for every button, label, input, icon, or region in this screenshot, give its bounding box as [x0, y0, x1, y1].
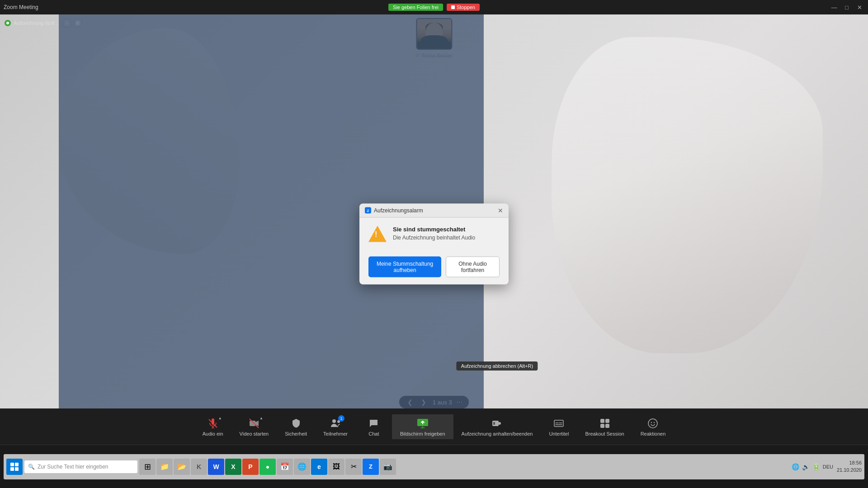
video-label: Video starten: [240, 431, 269, 436]
toolbar-participants[interactable]: 1 Teilnehmer: [315, 414, 356, 439]
toolbar-recording[interactable]: Aufzeichnung abbrechen (Alt+R) Aufzeichn…: [453, 414, 541, 439]
audio-icon-wrap: ▲: [207, 417, 219, 430]
titlebar: Zoom Meeting Sie geben Folien frei Stopp…: [0, 0, 868, 14]
taskbar-app-notepad[interactable]: K: [191, 459, 207, 475]
meeting-toolbar: ▲ Audio ein ▲ Video starten Sicherheit: [0, 408, 868, 445]
warning-icon: [368, 226, 387, 244]
win-logo-sq-1: [10, 463, 14, 466]
taskbar-search[interactable]: 🔍 Zur Suche Text hier eingeben: [24, 460, 137, 473]
tooltip-text: Aufzeichnung abbrechen (Alt+R): [457, 361, 538, 371]
video-chevron-icon: ▲: [259, 416, 263, 420]
toolbar-video[interactable]: ▲ Video starten: [231, 414, 277, 439]
participants-icon-wrap: 1: [329, 417, 342, 430]
security-label: Sicherheit: [285, 431, 307, 436]
maximize-button[interactable]: □: [842, 2, 852, 12]
recording-status-dot: [5, 20, 11, 26]
zoom-logo-icon: Z: [365, 207, 371, 214]
video-icon: [248, 417, 260, 430]
start-button[interactable]: [6, 459, 23, 475]
stop-dot-icon: [451, 5, 455, 9]
toolbar-chat[interactable]: Chat: [356, 414, 392, 439]
recording-dot-inner: [6, 22, 9, 24]
participants-label: Teilnehmer: [323, 431, 348, 436]
svg-point-20: [651, 422, 652, 422]
participants-badge: 1: [338, 415, 344, 422]
clock-area: 18:56 21.10.2020: [837, 460, 862, 474]
dialog-body: Sie sind stummgeschaltet Die Aufzeichnun…: [359, 218, 509, 252]
svg-point-5: [332, 419, 336, 423]
svg-rect-15: [600, 419, 604, 423]
video-icon-wrap: ▲: [248, 417, 260, 430]
win-logo-sq-2: [15, 463, 19, 466]
taskbar-app-powerpoint[interactable]: P: [242, 459, 259, 475]
taskbar-app-taskview[interactable]: ⊞: [139, 459, 156, 475]
breakout-icon: [599, 417, 611, 430]
taskbar-app-word[interactable]: W: [208, 459, 224, 475]
audio-chevron-icon: ▲: [218, 416, 222, 420]
sharing-badge[interactable]: Sie geben Folien frei: [388, 4, 443, 11]
taskbar-app-files2[interactable]: 📂: [174, 459, 190, 475]
reactions-icon: [646, 417, 659, 430]
taskbar-app-camera[interactable]: 📷: [380, 459, 396, 475]
taskbar-app-excel[interactable]: X: [225, 459, 241, 475]
chat-label: Chat: [368, 431, 379, 436]
stop-badge[interactable]: Stoppen: [447, 4, 480, 11]
clock-time: 18:56: [837, 460, 862, 466]
taskbar-app-files1[interactable]: 📁: [156, 459, 173, 475]
dialog-footer: Meine Stummschaltung aufheben Ohne Audio…: [359, 252, 509, 285]
taskbar-app-edge[interactable]: e: [311, 459, 327, 475]
system-tray: 🌐 🔊 🔋 DEU 18:56 21.10.2020: [792, 460, 862, 474]
toolbar-security[interactable]: Sicherheit: [277, 414, 315, 439]
taskbar-app-chrome[interactable]: 🌐: [294, 459, 310, 475]
search-placeholder-text: Zur Suche Text hier eingeben: [38, 464, 108, 470]
audio-label: Audio ein: [203, 431, 223, 436]
security-icon: [290, 417, 302, 430]
subtitles-label: Untertitel: [549, 431, 569, 436]
win-logo-sq-4: [15, 467, 19, 471]
subtitles-icon: [552, 417, 565, 430]
audio-muted-icon: [207, 417, 219, 430]
breakout-label: Breakout Session: [585, 431, 624, 436]
reactions-label: Reaktionen: [641, 431, 666, 436]
svg-rect-16: [605, 419, 609, 423]
taskbar-inner: 🔍 Zur Suche Text hier eingeben ⊞ 📁 📂 K W…: [4, 454, 864, 479]
svg-point-9: [498, 422, 501, 425]
search-icon: 🔍: [28, 464, 35, 470]
minimize-button[interactable]: —: [829, 2, 839, 12]
dialog-body-text: Die Aufzeichnung beinhaltet Audio: [393, 235, 475, 241]
recording-status-text: Aufzeichnung läuft ...: [14, 20, 60, 26]
close-button[interactable]: ✕: [854, 2, 864, 12]
svg-point-19: [648, 419, 657, 428]
volume-icon: 🔊: [802, 463, 810, 470]
toolbar-subtitles[interactable]: Untertitel: [541, 414, 577, 439]
system-icons: 🌐 🔊 🔋 DEU: [792, 463, 833, 470]
taskbar-app-calendar[interactable]: 📅: [277, 459, 293, 475]
battery-icon: 🔋: [812, 463, 820, 470]
warning-triangle: [368, 226, 387, 242]
keyboard-lang: DEU: [823, 464, 833, 469]
windows-taskbar: 🔍 Zur Suche Text hier eingeben ⊞ 📁 📂 K W…: [0, 445, 868, 488]
svg-rect-18: [605, 424, 609, 428]
clock-date: 21.10.2020: [837, 467, 862, 474]
toolbar-share-screen[interactable]: Bildschirm freigeben: [392, 414, 453, 439]
fabric-decoration-right: [552, 37, 823, 353]
win-logo-sq-3: [10, 467, 14, 471]
recording-icon: [491, 417, 503, 430]
toolbar-breakout[interactable]: Breakout Session: [577, 414, 632, 439]
toolbar-audio[interactable]: ▲ Audio ein: [194, 414, 231, 439]
taskbar-apps: ⊞ 📁 📂 K W X P ● 📅 🌐 e 🖼 ✂ Z 📷: [139, 459, 790, 475]
taskbar-app-snip[interactable]: ✂: [345, 459, 362, 475]
titlebar-center: Sie geben Folien frei Stoppen: [388, 4, 480, 11]
dialog-close-button[interactable]: ✕: [498, 207, 503, 214]
app-title: Zoom Meeting: [4, 4, 38, 10]
taskbar-app-spotify[interactable]: ●: [259, 459, 276, 475]
dialog-title-text: Aufzeichnungsalarm: [374, 207, 423, 214]
unmute-button[interactable]: Meine Stummschaltung aufheben: [368, 257, 441, 277]
taskbar-app-zoom[interactable]: Z: [363, 459, 379, 475]
taskbar-app-photos[interactable]: 🖼: [328, 459, 344, 475]
toolbar-reactions[interactable]: Reaktionen: [632, 414, 674, 439]
titlebar-left: Zoom Meeting: [4, 4, 38, 10]
dialog-title-area: Z Aufzeichnungsalarm: [365, 207, 423, 214]
continue-without-audio-button[interactable]: Ohne Audio fortfahren: [446, 257, 500, 277]
dialog-heading: Sie sind stummgeschaltet: [393, 226, 475, 233]
